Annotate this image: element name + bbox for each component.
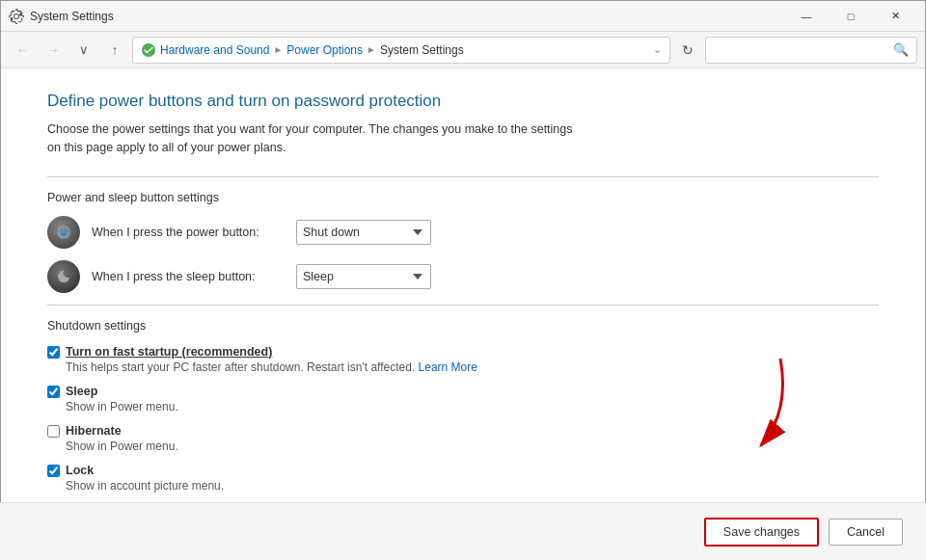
main-content: Define power buttons and turn on passwor… [1, 68, 925, 559]
page-description: Choose the power settings that you want … [47, 120, 587, 157]
hibernate-content: Hibernate Show in Power menu. [66, 423, 178, 453]
fast-startup-desc: This helps start your PC faster after sh… [66, 360, 477, 374]
search-icon: 🔍 [893, 42, 909, 57]
power-sleep-section-label: Power and sleep button settings [47, 191, 879, 204]
fast-startup-row: Turn on fast startup (recommended) This … [47, 344, 879, 374]
hibernate-desc: Show in Power menu. [66, 440, 178, 453]
sleep-button-row: When I press the sleep button: Do nothin… [47, 260, 879, 293]
lock-desc: Show in account picture menu. [66, 479, 224, 493]
forward-button[interactable]: → [40, 37, 67, 64]
sleep-button-icon [47, 260, 80, 293]
hibernate-row: Hibernate Show in Power menu. [47, 423, 879, 453]
address-bar-icon [141, 42, 156, 58]
section-divider-1 [47, 176, 879, 177]
refresh-button[interactable]: ↻ [674, 37, 701, 64]
sleep-checkbox[interactable] [47, 386, 60, 398]
fast-startup-content: Turn on fast startup (recommended) This … [66, 344, 477, 374]
sleep-content: Sleep Show in Power menu. [66, 384, 178, 413]
learn-more-link[interactable]: Learn More [419, 360, 477, 374]
sleep-desc: Show in Power menu. [66, 400, 178, 413]
system-settings-window: System Settings — □ ✕ ← → ∨ ↑ Hardware a… [0, 0, 926, 560]
window-controls: — □ ✕ [784, 1, 917, 32]
breadcrumb-sep-2: ► [367, 44, 376, 55]
window-title: System Settings [30, 10, 784, 23]
navigation-bar: ← → ∨ ↑ Hardware and Sound ► Power Optio… [1, 32, 925, 68]
section-divider-2 [47, 305, 879, 306]
sleep-button-label: When I press the sleep button: [92, 270, 285, 283]
hibernate-label[interactable]: Hibernate [66, 424, 122, 438]
address-bar[interactable]: Hardware and Sound ► Power Options ► Sys… [132, 37, 670, 64]
power-button-row: When I press the power button: Do nothin… [47, 216, 879, 249]
minimize-button[interactable]: — [784, 1, 829, 32]
power-button-select[interactable]: Do nothing Sleep Hibernate Shut down Tur… [296, 220, 431, 245]
up-button[interactable]: ↑ [101, 37, 128, 64]
breadcrumb-part-3: System Settings [380, 43, 464, 57]
lock-content: Lock Show in account picture menu. [66, 463, 224, 493]
sleep-row: Sleep Show in Power menu. [47, 384, 879, 413]
maximize-button[interactable]: □ [829, 1, 873, 32]
power-button-icon [47, 216, 80, 249]
close-button[interactable]: ✕ [873, 1, 917, 32]
lock-checkbox[interactable] [47, 465, 60, 477]
fast-startup-label[interactable]: Turn on fast startup (recommended) [66, 345, 272, 359]
breadcrumb: Hardware and Sound ► Power Options ► Sys… [160, 43, 649, 57]
footer: Save changes Cancel [0, 502, 926, 560]
shutdown-section-label: Shutdown settings [47, 319, 879, 333]
search-input[interactable] [714, 43, 889, 57]
hibernate-checkbox[interactable] [47, 425, 60, 438]
recent-locations-button[interactable]: ∨ [70, 37, 97, 64]
save-changes-button[interactable]: Save changes [704, 518, 819, 547]
svg-point-0 [142, 43, 155, 57]
power-button-label: When I press the power button: [92, 226, 285, 239]
fast-startup-checkbox[interactable] [47, 346, 60, 359]
breadcrumb-sep-1: ► [273, 44, 283, 55]
address-chevron-icon: ⌄ [653, 43, 662, 56]
breadcrumb-part-1[interactable]: Hardware and Sound [160, 43, 269, 57]
lock-row: Lock Show in account picture menu. [47, 463, 879, 493]
shutdown-section: Shutdown settings Turn on fast startup (… [47, 305, 879, 493]
search-bar[interactable]: 🔍 [705, 37, 917, 64]
title-bar: System Settings — □ ✕ [1, 1, 925, 32]
fast-startup-desc-text: This helps start your PC faster after sh… [66, 360, 415, 374]
breadcrumb-part-2[interactable]: Power Options [286, 43, 363, 57]
sleep-label[interactable]: Sleep [66, 385, 97, 398]
page-title: Define power buttons and turn on passwor… [47, 92, 879, 111]
lock-label[interactable]: Lock [66, 464, 94, 477]
cancel-button[interactable]: Cancel [829, 519, 903, 546]
back-button[interactable]: ← [9, 37, 36, 64]
window-icon [9, 9, 24, 24]
sleep-button-select[interactable]: Do nothing Sleep Hibernate Shut down Tur… [296, 264, 431, 289]
